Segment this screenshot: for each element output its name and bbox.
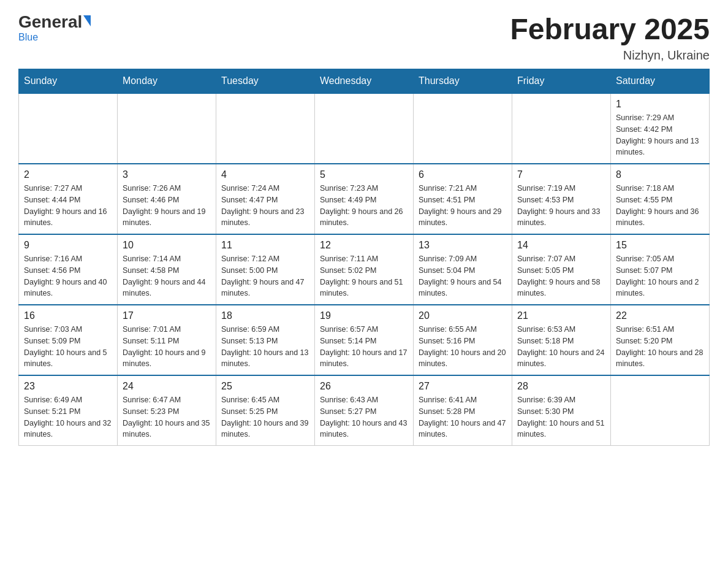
calendar-cell bbox=[118, 93, 216, 164]
calendar-week-row: 9Sunrise: 7:16 AMSunset: 4:56 PMDaylight… bbox=[19, 234, 710, 305]
day-info: Sunrise: 7:19 AMSunset: 4:53 PMDaylight:… bbox=[517, 183, 605, 229]
calendar-cell: 17Sunrise: 7:01 AMSunset: 5:11 PMDayligh… bbox=[118, 305, 216, 375]
day-info: Sunrise: 6:51 AMSunset: 5:20 PMDaylight:… bbox=[616, 324, 704, 370]
day-number: 26 bbox=[320, 381, 408, 392]
calendar-cell: 7Sunrise: 7:19 AMSunset: 4:53 PMDaylight… bbox=[512, 164, 611, 234]
day-info: Sunrise: 6:47 AMSunset: 5:23 PMDaylight:… bbox=[123, 394, 211, 440]
calendar-cell: 20Sunrise: 6:55 AMSunset: 5:16 PMDayligh… bbox=[414, 305, 512, 375]
day-info: Sunrise: 7:05 AMSunset: 5:07 PMDaylight:… bbox=[616, 253, 704, 299]
calendar-cell: 11Sunrise: 7:12 AMSunset: 5:00 PMDayligh… bbox=[216, 234, 315, 305]
calendar-cell: 13Sunrise: 7:09 AMSunset: 5:04 PMDayligh… bbox=[414, 234, 512, 305]
title-section: February 2025 Nizhyn, Ukraine bbox=[510, 12, 710, 63]
day-number: 1 bbox=[616, 99, 704, 110]
day-number: 9 bbox=[24, 240, 112, 251]
day-number: 7 bbox=[517, 169, 605, 180]
day-number: 11 bbox=[221, 240, 309, 251]
calendar-cell: 24Sunrise: 6:47 AMSunset: 5:23 PMDayligh… bbox=[118, 375, 216, 446]
calendar-cell: 22Sunrise: 6:51 AMSunset: 5:20 PMDayligh… bbox=[611, 305, 710, 375]
logo-general-text: General bbox=[18, 12, 82, 32]
calendar-week-row: 23Sunrise: 6:49 AMSunset: 5:21 PMDayligh… bbox=[19, 375, 710, 446]
logo: General Blue bbox=[18, 12, 91, 43]
calendar-cell: 5Sunrise: 7:23 AMSunset: 4:49 PMDaylight… bbox=[315, 164, 414, 234]
logo-triangle-icon bbox=[83, 15, 91, 26]
day-number: 3 bbox=[123, 169, 211, 180]
calendar-cell bbox=[216, 93, 315, 164]
day-number: 15 bbox=[616, 240, 704, 251]
day-info: Sunrise: 7:27 AMSunset: 4:44 PMDaylight:… bbox=[24, 183, 112, 229]
calendar-cell: 9Sunrise: 7:16 AMSunset: 4:56 PMDaylight… bbox=[19, 234, 118, 305]
day-number: 16 bbox=[24, 310, 112, 321]
calendar-cell: 4Sunrise: 7:24 AMSunset: 4:47 PMDaylight… bbox=[216, 164, 315, 234]
day-number: 4 bbox=[221, 169, 309, 180]
logo-blue-text: Blue bbox=[18, 32, 38, 43]
weekday-header-saturday: Saturday bbox=[611, 69, 710, 94]
calendar-cell: 28Sunrise: 6:39 AMSunset: 5:30 PMDayligh… bbox=[512, 375, 611, 446]
day-info: Sunrise: 7:26 AMSunset: 4:46 PMDaylight:… bbox=[123, 183, 211, 229]
calendar-cell: 26Sunrise: 6:43 AMSunset: 5:27 PMDayligh… bbox=[315, 375, 414, 446]
day-info: Sunrise: 6:57 AMSunset: 5:14 PMDaylight:… bbox=[320, 324, 408, 370]
day-info: Sunrise: 7:29 AMSunset: 4:42 PMDaylight:… bbox=[616, 112, 704, 158]
day-info: Sunrise: 7:12 AMSunset: 5:00 PMDaylight:… bbox=[221, 253, 309, 299]
calendar-cell: 8Sunrise: 7:18 AMSunset: 4:55 PMDaylight… bbox=[611, 164, 710, 234]
day-info: Sunrise: 7:09 AMSunset: 5:04 PMDaylight:… bbox=[419, 253, 507, 299]
weekday-header-friday: Friday bbox=[512, 69, 611, 94]
day-number: 25 bbox=[221, 381, 309, 392]
day-number: 2 bbox=[24, 169, 112, 180]
day-info: Sunrise: 6:43 AMSunset: 5:27 PMDaylight:… bbox=[320, 394, 408, 440]
day-number: 19 bbox=[320, 310, 408, 321]
calendar-cell: 2Sunrise: 7:27 AMSunset: 4:44 PMDaylight… bbox=[19, 164, 118, 234]
calendar-cell bbox=[414, 93, 512, 164]
day-info: Sunrise: 6:41 AMSunset: 5:28 PMDaylight:… bbox=[419, 394, 507, 440]
calendar-table: SundayMondayTuesdayWednesdayThursdayFrid… bbox=[18, 69, 710, 446]
day-number: 12 bbox=[320, 240, 408, 251]
calendar-cell: 6Sunrise: 7:21 AMSunset: 4:51 PMDaylight… bbox=[414, 164, 512, 234]
day-info: Sunrise: 6:39 AMSunset: 5:30 PMDaylight:… bbox=[517, 394, 605, 440]
calendar-cell bbox=[315, 93, 414, 164]
calendar-cell: 15Sunrise: 7:05 AMSunset: 5:07 PMDayligh… bbox=[611, 234, 710, 305]
day-info: Sunrise: 7:21 AMSunset: 4:51 PMDaylight:… bbox=[419, 183, 507, 229]
calendar-cell: 25Sunrise: 6:45 AMSunset: 5:25 PMDayligh… bbox=[216, 375, 315, 446]
day-number: 17 bbox=[123, 310, 211, 321]
day-info: Sunrise: 7:01 AMSunset: 5:11 PMDaylight:… bbox=[123, 324, 211, 370]
weekday-header-monday: Monday bbox=[118, 69, 216, 94]
page-header: General Blue February 2025 Nizhyn, Ukrai… bbox=[18, 12, 710, 63]
day-info: Sunrise: 6:55 AMSunset: 5:16 PMDaylight:… bbox=[419, 324, 507, 370]
calendar-week-row: 16Sunrise: 7:03 AMSunset: 5:09 PMDayligh… bbox=[19, 305, 710, 375]
day-number: 18 bbox=[221, 310, 309, 321]
calendar-cell bbox=[611, 375, 710, 446]
calendar-cell: 23Sunrise: 6:49 AMSunset: 5:21 PMDayligh… bbox=[19, 375, 118, 446]
day-info: Sunrise: 7:07 AMSunset: 5:05 PMDaylight:… bbox=[517, 253, 605, 299]
day-number: 24 bbox=[123, 381, 211, 392]
day-number: 23 bbox=[24, 381, 112, 392]
day-info: Sunrise: 6:45 AMSunset: 5:25 PMDaylight:… bbox=[221, 394, 309, 440]
calendar-cell: 18Sunrise: 6:59 AMSunset: 5:13 PMDayligh… bbox=[216, 305, 315, 375]
weekday-header-sunday: Sunday bbox=[19, 69, 118, 94]
day-info: Sunrise: 6:49 AMSunset: 5:21 PMDaylight:… bbox=[24, 394, 112, 440]
day-number: 22 bbox=[616, 310, 704, 321]
calendar-cell: 21Sunrise: 6:53 AMSunset: 5:18 PMDayligh… bbox=[512, 305, 611, 375]
calendar-cell: 3Sunrise: 7:26 AMSunset: 4:46 PMDaylight… bbox=[118, 164, 216, 234]
day-info: Sunrise: 7:24 AMSunset: 4:47 PMDaylight:… bbox=[221, 183, 309, 229]
day-info: Sunrise: 7:11 AMSunset: 5:02 PMDaylight:… bbox=[320, 253, 408, 299]
month-title: February 2025 bbox=[510, 12, 710, 46]
location-label: Nizhyn, Ukraine bbox=[510, 48, 710, 63]
calendar-cell: 19Sunrise: 6:57 AMSunset: 5:14 PMDayligh… bbox=[315, 305, 414, 375]
day-info: Sunrise: 6:59 AMSunset: 5:13 PMDaylight:… bbox=[221, 324, 309, 370]
day-info: Sunrise: 6:53 AMSunset: 5:18 PMDaylight:… bbox=[517, 324, 605, 370]
day-info: Sunrise: 7:23 AMSunset: 4:49 PMDaylight:… bbox=[320, 183, 408, 229]
calendar-week-row: 2Sunrise: 7:27 AMSunset: 4:44 PMDaylight… bbox=[19, 164, 710, 234]
calendar-cell: 16Sunrise: 7:03 AMSunset: 5:09 PMDayligh… bbox=[19, 305, 118, 375]
day-number: 21 bbox=[517, 310, 605, 321]
day-number: 27 bbox=[419, 381, 507, 392]
calendar-week-row: 1Sunrise: 7:29 AMSunset: 4:42 PMDaylight… bbox=[19, 93, 710, 164]
calendar-cell bbox=[19, 93, 118, 164]
day-info: Sunrise: 7:18 AMSunset: 4:55 PMDaylight:… bbox=[616, 183, 704, 229]
day-number: 6 bbox=[419, 169, 507, 180]
weekday-header-tuesday: Tuesday bbox=[216, 69, 315, 94]
calendar-cell: 27Sunrise: 6:41 AMSunset: 5:28 PMDayligh… bbox=[414, 375, 512, 446]
day-number: 10 bbox=[123, 240, 211, 251]
day-number: 14 bbox=[517, 240, 605, 251]
calendar-cell: 10Sunrise: 7:14 AMSunset: 4:58 PMDayligh… bbox=[118, 234, 216, 305]
calendar-cell: 14Sunrise: 7:07 AMSunset: 5:05 PMDayligh… bbox=[512, 234, 611, 305]
day-info: Sunrise: 7:03 AMSunset: 5:09 PMDaylight:… bbox=[24, 324, 112, 370]
